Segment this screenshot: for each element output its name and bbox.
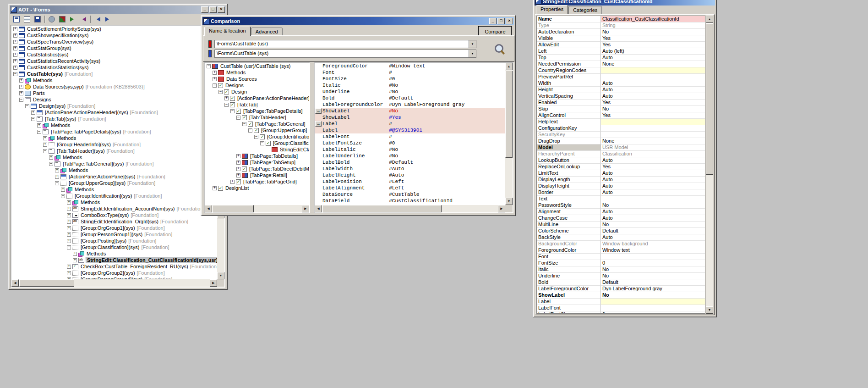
expander-collapsed-icon[interactable]: + [67,220,71,224]
expander-collapsed-icon[interactable]: + [67,271,71,275]
include-checkbox[interactable]: ✓ [242,115,247,120]
property-row[interactable]: AllowEditYes [537,42,705,48]
comparison-tree-row[interactable]: +✓[TabPage:TabPageGrid] [205,178,309,185]
comparison-tree-row[interactable]: −✓Designs [205,82,309,89]
diff-vertical-scrollbar[interactable]: ▲ ▼ [505,63,513,205]
import-icon[interactable] [68,15,77,24]
property-value[interactable]: Auto [601,189,705,196]
aot-tree-row[interactable]: +Methods [11,154,217,161]
comparison-tree-row[interactable]: −✓Design [205,89,309,95]
property-value[interactable]: Yes [601,164,705,170]
property-row[interactable]: AlignControlYes [537,112,705,119]
expander-expanded-icon[interactable]: − [19,98,23,102]
expander-expanded-icon[interactable]: − [37,130,41,134]
expander-expanded-icon[interactable]: − [67,245,71,249]
aot-titlebar[interactable]: AOT - \Forms _ □ × [10,6,226,14]
scrollbar-thumb[interactable] [706,23,713,175]
expander-collapsed-icon[interactable]: + [67,200,71,205]
property-row[interactable]: HierarchyParentClassification [537,151,705,157]
comparison-tree-row[interactable]: −✓[Group:Classifica [205,140,309,146]
aot-tree-row[interactable]: +[Group:HeaderInfo](sys)[Foundation] [11,141,217,148]
property-row[interactable]: ItalicNo [537,266,705,273]
property-row[interactable]: DisplayHeightAuto [537,183,705,189]
property-value[interactable]: No [601,292,705,299]
expander-collapsed-icon[interactable]: + [43,136,47,140]
scroll-left-icon[interactable]: ◀ [11,279,19,287]
property-row[interactable]: BoldDefault [537,279,705,286]
property-value[interactable]: Yes [601,42,705,48]
dropdown-icon[interactable]: ▼ [469,50,476,57]
property-row[interactable]: ColorSchemeDefault [537,228,705,234]
comparison-tree-row[interactable]: +Methods [205,69,309,76]
expander-expanded-icon[interactable]: − [248,128,252,133]
property-row[interactable]: ForegroundColorWindow text [537,247,705,254]
source-sys-value[interactable]: \Forms\CustTable (sys) [215,50,469,57]
expander-collapsed-icon[interactable]: + [236,154,240,158]
property-value[interactable]: Window text [601,247,705,254]
comparison-tree-row[interactable]: +[TabPage:TabSetup] [205,159,309,166]
comparison-tree-row[interactable]: −✓[Group:UpperGroup] [205,127,309,133]
comparison-tree-row[interactable]: −✓[Tab:Tab] [205,101,309,108]
property-row[interactable]: HelpText [537,119,705,125]
aot-tree-row[interactable]: +CustStatisticsStatistics(sys) [11,64,217,71]
aot-tree-row[interactable]: +StringEdit:Classification_CustClassific… [11,257,217,263]
property-value[interactable]: 0 [601,311,705,314]
tab-categories[interactable]: Categories [568,6,602,14]
property-row[interactable]: ShowLabelNo [537,292,705,299]
scroll-down-icon[interactable]: ▼ [706,306,713,314]
tab-properties[interactable]: Properties [536,5,568,14]
property-value[interactable]: USR Model [601,144,705,151]
expander-expanded-icon[interactable]: − [242,122,246,126]
expander-collapsed-icon[interactable]: + [213,77,217,81]
expander-collapsed-icon[interactable]: + [19,78,23,83]
property-value[interactable]: Auto [601,177,705,183]
expander-collapsed-icon[interactable]: + [19,85,23,89]
aot-tree-row[interactable]: +Methods [11,135,217,141]
save-icon[interactable] [33,15,42,24]
expander-collapsed-icon[interactable]: + [67,265,71,269]
expander-collapsed-icon[interactable]: + [213,186,217,190]
property-row[interactable]: SkipNo [537,106,705,112]
comparison-tree-row[interactable]: +✓[ActionPane:ActionPaneHeader] [205,95,309,101]
comparison-tree-row[interactable]: −CustTable (usr)/CustTable (sys) [205,63,309,69]
property-row[interactable]: TypeString [537,22,705,29]
property-row[interactable]: TopAuto [537,55,705,61]
property-row[interactable]: AlignmentAuto [537,209,705,215]
property-value[interactable] [601,74,705,80]
expander-collapsed-icon[interactable]: + [31,111,35,115]
comparison-tree-row[interactable]: −✓[Group:Identification [205,133,309,140]
aot-tree-row[interactable]: +Methods [11,199,217,205]
aot-tree-row[interactable]: +StringEdit:Identification_AccountNum(sy… [11,205,217,212]
property-value[interactable]: 0 [601,260,705,266]
comparison-tree-row[interactable]: +[TabPage:TabDetails] [205,153,309,159]
dropdown-icon[interactable]: ▼ [469,40,476,48]
property-value[interactable]: No [601,273,705,279]
aot-tree-row[interactable]: −[TabPage:TabGeneral](sys)[Foundation] [11,161,217,167]
property-value[interactable]: Yes [601,100,705,106]
expander-collapsed-icon[interactable]: + [61,188,65,192]
property-value[interactable]: Dyn LabelForeground gray [601,286,705,292]
property-row[interactable]: LookupButtonAuto [537,157,705,164]
expander-expanded-icon[interactable]: − [25,104,29,108]
property-row[interactable]: LabelFontSize0 [537,311,705,314]
aot-tree-row[interactable]: +Methods [11,77,217,83]
aot-tree-row[interactable]: +CustStatistics(sys) [11,51,217,58]
aot-tree-row[interactable]: −[TabPage:TabPageDetails](sys)[Foundatio… [11,128,217,135]
scroll-left-icon[interactable]: ◀ [315,205,322,212]
include-checkbox[interactable]: ✓ [230,102,235,107]
expander-collapsed-icon[interactable]: + [230,180,235,184]
scroll-up-icon[interactable]: ▲ [505,63,513,70]
property-row[interactable]: ConfigurationKey [537,125,705,132]
aot-tree-row[interactable]: +Methods [11,122,217,128]
expander-collapsed-icon[interactable]: + [13,53,17,57]
expander-collapsed-icon[interactable]: + [67,226,71,230]
expander-collapsed-icon[interactable]: + [37,123,41,127]
aot-tree-row[interactable]: +CustSpecTransOverview(sys) [11,39,217,45]
property-value[interactable]: No [601,202,705,209]
property-value[interactable] [601,196,705,202]
expander-collapsed-icon[interactable]: + [13,66,17,70]
property-value[interactable] [601,119,705,125]
comparison-tree-hscrollbar[interactable]: ◀ ▶ [205,205,309,212]
scroll-right-icon[interactable]: ▶ [498,205,505,212]
expander-expanded-icon[interactable]: − [31,117,35,121]
